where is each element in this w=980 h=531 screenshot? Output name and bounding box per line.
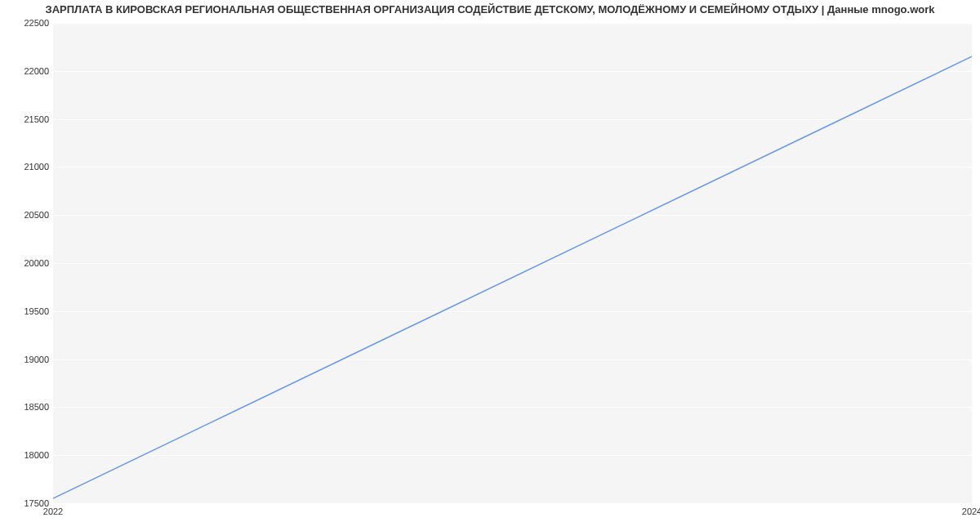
y-tick-label: 22000 xyxy=(4,66,49,76)
line-layer xyxy=(53,23,972,503)
y-tick-label: 21000 xyxy=(4,162,49,172)
y-tick-label: 20000 xyxy=(4,258,49,268)
data-line xyxy=(53,56,972,498)
x-tick-label: 2024 xyxy=(962,506,980,516)
chart-title: ЗАРПЛАТА В КИРОВСКАЯ РЕГИОНАЛЬНАЯ ОБЩЕСТ… xyxy=(0,3,980,16)
y-tick-label: 17500 xyxy=(4,498,49,508)
y-tick-label: 18500 xyxy=(4,402,49,412)
y-tick-label: 20500 xyxy=(4,210,49,220)
y-tick-label: 19500 xyxy=(4,306,49,316)
y-tick-label: 18000 xyxy=(4,450,49,460)
grid-line xyxy=(53,503,972,504)
y-tick-label: 19000 xyxy=(4,355,49,364)
y-tick-label: 21500 xyxy=(4,114,49,124)
x-tick-label: 2022 xyxy=(43,506,63,516)
y-tick-label: 22500 xyxy=(4,18,49,28)
